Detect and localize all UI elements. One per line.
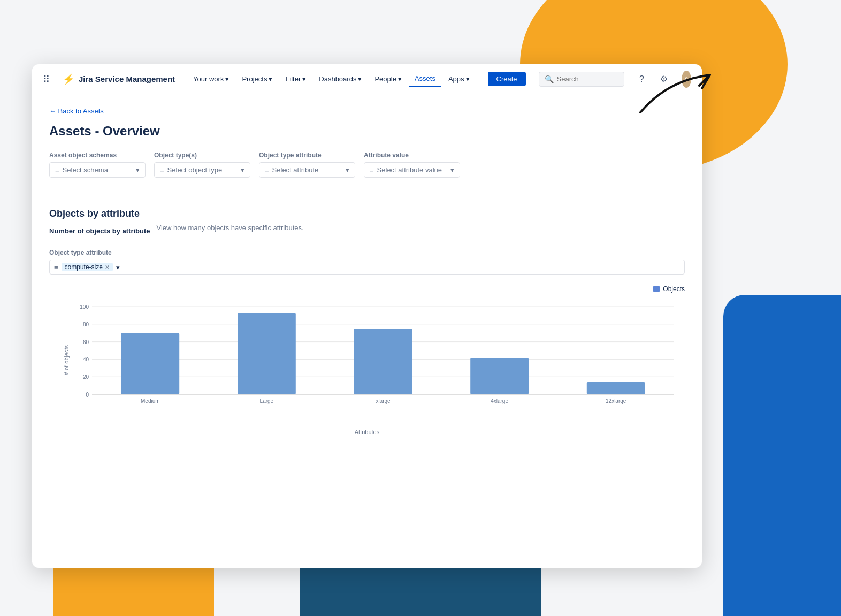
schema-filter-label: Asset object schemas — [49, 151, 146, 159]
legend-dot — [653, 286, 660, 292]
grid-icon[interactable]: ⠿ — [43, 73, 50, 85]
object-type-filter-label: Object type(s) — [154, 151, 250, 159]
svg-text:40: 40 — [83, 356, 89, 362]
svg-text:80: 80 — [83, 322, 89, 328]
chart-svg: 020406080100MediumLargexlarge4xlarge12xl… — [71, 298, 685, 416]
search-icon: 🔍 — [545, 75, 554, 83]
object-type-select[interactable]: ≡ Select object type ▾ — [154, 162, 250, 178]
attr-value-filter-label: Attribute value — [364, 151, 460, 159]
attr-value-select[interactable]: ≡ Select attribute value ▾ — [364, 162, 460, 178]
divider — [49, 195, 685, 195]
schema-select-value: Select schema — [63, 166, 108, 174]
chart-legend: Objects — [653, 285, 685, 293]
legend-label: Objects — [663, 285, 685, 293]
main-window: ⠿ ⚡ Jira Service Management Your work ▾ … — [32, 64, 702, 568]
svg-text:0: 0 — [86, 392, 89, 398]
search-box[interactable]: 🔍 — [539, 72, 624, 87]
section-description: View how many objects have specific attr… — [157, 224, 304, 232]
svg-rect-14 — [238, 313, 296, 394]
svg-text:100: 100 — [80, 304, 89, 310]
svg-rect-16 — [354, 329, 412, 394]
filter-icon: ≡ — [160, 166, 164, 174]
section-header-row: Number of objects by attribute View how … — [49, 224, 685, 240]
chevron-down-icon: ▾ — [116, 263, 120, 271]
create-button[interactable]: Create — [488, 72, 526, 86]
attr-pill-close[interactable]: ✕ — [105, 264, 110, 271]
nav-logo: ⚡ Jira Service Management — [63, 73, 175, 85]
filter-icon: ≡ — [54, 263, 58, 271]
chevron-down-icon: ▾ — [398, 75, 402, 83]
bg-blue-right — [723, 295, 841, 616]
attr-pill-value: compute-size — [65, 263, 103, 271]
chevron-down-icon: ▾ — [346, 166, 349, 174]
schema-select[interactable]: ≡ Select schema ▾ — [49, 162, 146, 178]
svg-text:4xlarge: 4xlarge — [491, 398, 508, 404]
ota-select[interactable]: ≡ Select attribute ▾ — [259, 162, 355, 178]
nav-your-work[interactable]: Your work ▾ — [188, 72, 234, 86]
svg-text:12xlarge: 12xlarge — [606, 398, 626, 404]
svg-text:20: 20 — [83, 374, 89, 380]
nav-filter[interactable]: Filter ▾ — [280, 72, 311, 86]
page-title: Assets - Overview — [49, 124, 685, 139]
arrow-pointer — [635, 70, 721, 123]
chevron-down-icon: ▾ — [225, 75, 229, 83]
y-axis-label: # of objects — [63, 345, 70, 375]
chevron-down-icon: ▾ — [358, 75, 362, 83]
chevron-down-icon: ▾ — [302, 75, 306, 83]
nav-projects[interactable]: Projects ▾ — [236, 72, 278, 86]
ota-select-value: Select attribute — [272, 166, 319, 174]
svg-rect-20 — [587, 382, 645, 394]
logo-text: Jira Service Management — [79, 74, 175, 83]
filter-icon: ≡ — [265, 166, 269, 174]
attr-value-select-value: Select attribute value — [377, 166, 442, 174]
ota-filter-label: Object type attribute — [259, 151, 355, 159]
svg-text:Medium: Medium — [141, 398, 160, 404]
filter-icon: ≡ — [370, 166, 374, 174]
svg-rect-18 — [470, 358, 529, 394]
attr-filter-label: Object type attribute — [49, 249, 685, 256]
attr-pill: compute-size ✕ — [62, 263, 113, 271]
schema-filter-group: Asset object schemas ≡ Select schema ▾ — [49, 151, 146, 178]
svg-text:xlarge: xlarge — [376, 398, 391, 404]
chevron-down-icon: ▾ — [450, 166, 454, 174]
nav-assets[interactable]: Assets — [409, 71, 441, 87]
top-nav: ⠿ ⚡ Jira Service Management Your work ▾ … — [32, 64, 702, 94]
filter-icon: ≡ — [55, 166, 59, 174]
x-axis-label: Attributes — [355, 429, 379, 435]
section-subtitle: Number of objects by attribute — [49, 227, 150, 235]
logo-icon: ⚡ — [63, 73, 74, 85]
section-title: Objects by attribute — [49, 208, 685, 219]
svg-text:Large: Large — [260, 398, 274, 404]
chevron-down-icon: ▾ — [136, 166, 140, 174]
page-content: ← Back to Assets Assets - Overview Asset… — [32, 94, 702, 568]
nav-dashboards[interactable]: Dashboards ▾ — [314, 72, 367, 86]
chevron-down-icon: ▾ — [466, 75, 470, 83]
chevron-down-icon: ▾ — [241, 166, 244, 174]
chart-container: Objects # of objects 020406080100MediumL… — [49, 285, 685, 435]
nav-people[interactable]: People ▾ — [369, 72, 407, 86]
ota-filter-group: Object type attribute ≡ Select attribute… — [259, 151, 355, 178]
back-to-assets-link[interactable]: ← Back to Assets — [49, 107, 685, 115]
svg-text:60: 60 — [83, 339, 89, 345]
chevron-down-icon: ▾ — [269, 75, 272, 83]
attr-value-filter-group: Attribute value ≡ Select attribute value… — [364, 151, 460, 178]
svg-rect-12 — [121, 333, 179, 394]
filters-row: Asset object schemas ≡ Select schema ▾ O… — [49, 151, 685, 178]
object-type-filter-group: Object type(s) ≡ Select object type ▾ — [154, 151, 250, 178]
chart-inner: 020406080100MediumLargexlarge4xlarge12xl… — [71, 298, 685, 416]
attr-filter-select[interactable]: ≡ compute-size ✕ ▾ — [49, 260, 685, 275]
search-input[interactable] — [557, 75, 621, 83]
nav-apps[interactable]: Apps ▾ — [443, 72, 475, 86]
object-type-select-value: Select object type — [167, 166, 223, 174]
nav-links: Your work ▾ Projects ▾ Filter ▾ Dashboar… — [188, 71, 475, 87]
